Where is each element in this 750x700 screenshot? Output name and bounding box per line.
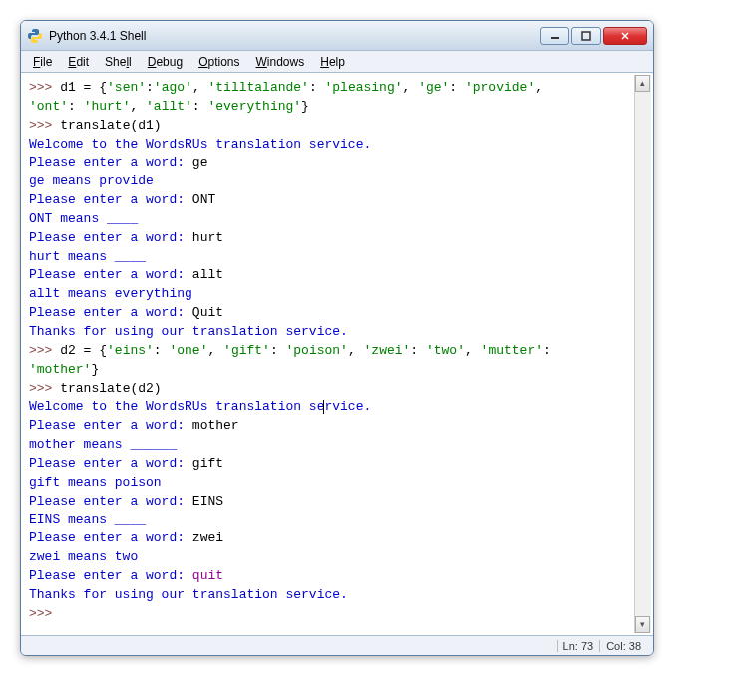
punct: :	[543, 343, 551, 358]
punct: :	[154, 343, 170, 358]
code-text: d1 = {	[60, 80, 107, 95]
status-col: Col: 38	[599, 640, 647, 652]
output: Welcome to the WordsRUs translation serv…	[29, 137, 371, 152]
prompt: >>>	[29, 80, 60, 95]
output: Please enter a word:	[29, 530, 192, 545]
code-text: d2 = {	[60, 343, 107, 358]
output: Thanks for using our translation service…	[29, 324, 348, 339]
menu-file[interactable]: File	[25, 53, 60, 71]
str: 'mother'	[29, 362, 91, 377]
output: Please enter a word:	[29, 305, 192, 320]
str: 'ago'	[154, 80, 192, 95]
shell-content[interactable]: >>> d1 = {'sen':'ago', 'tilltalande': 'p…	[23, 75, 651, 633]
user-input: allt	[192, 267, 223, 282]
menu-shell[interactable]: Shell	[97, 53, 140, 71]
str: 'ge'	[418, 80, 449, 95]
punct: :	[410, 343, 426, 358]
vertical-scrollbar[interactable]: ▴ ▾	[634, 75, 651, 633]
punct: ,	[535, 80, 543, 95]
punct: ,	[348, 343, 364, 358]
output: Please enter a word:	[29, 418, 192, 433]
window-controls	[540, 27, 647, 45]
output: Please enter a word:	[29, 192, 192, 207]
str: 'gift'	[223, 343, 270, 358]
menu-options[interactable]: Options	[190, 53, 247, 71]
str: 'provide'	[465, 80, 535, 95]
user-input: ge	[192, 155, 208, 170]
punct: :	[309, 80, 325, 95]
punct: :	[192, 99, 208, 114]
user-input: Quit	[192, 305, 223, 320]
user-input: EINS	[192, 494, 223, 509]
svg-rect-1	[582, 32, 590, 40]
str: 'one'	[169, 343, 207, 358]
str: 'pleasing'	[325, 80, 403, 95]
app-window: Python 3.4.1 Shell File Edit Shell Debug…	[20, 20, 654, 656]
output: EINS means ____	[29, 512, 146, 526]
punct: ,	[192, 80, 208, 95]
content-wrap: >>> d1 = {'sen':'ago', 'tilltalande': 'p…	[21, 73, 653, 635]
prompt: >>>	[29, 343, 60, 358]
titlebar[interactable]: Python 3.4.1 Shell	[21, 21, 653, 51]
punct: ,	[465, 343, 481, 358]
prompt: >>>	[29, 381, 60, 396]
output: ge means provide	[29, 174, 154, 188]
prompt: >>>	[29, 606, 60, 621]
scroll-down-arrow-icon[interactable]: ▾	[635, 616, 650, 633]
close-icon	[620, 31, 630, 41]
minimize-button[interactable]	[540, 27, 569, 45]
str: 'ont'	[29, 99, 68, 114]
output: Please enter a word:	[29, 456, 192, 471]
str: 'allt'	[146, 99, 192, 114]
str: 'zwei'	[364, 343, 411, 358]
statusbar: Ln: 73 Col: 38	[21, 635, 653, 655]
str: 'mutter'	[481, 343, 543, 358]
punct: :	[68, 99, 84, 114]
str: 'sen'	[107, 80, 146, 95]
str: 'tilltalande'	[207, 80, 308, 95]
output: gift means poison	[29, 475, 162, 490]
output: rvice.	[324, 399, 371, 414]
output: ONT means ____	[29, 211, 138, 226]
close-button[interactable]	[603, 27, 647, 45]
prompt: >>>	[29, 118, 60, 133]
user-input: zwei	[192, 530, 223, 545]
str: 'eins'	[107, 343, 154, 358]
menu-edit[interactable]: Edit	[60, 53, 97, 71]
output: Please enter a word:	[29, 230, 192, 245]
output: hurt means ____	[29, 249, 146, 264]
str: 'hurt'	[84, 99, 131, 114]
output: Please enter a word:	[29, 267, 192, 282]
str: 'two'	[426, 343, 465, 358]
punct: }	[91, 362, 99, 377]
user-input: mother	[192, 418, 239, 433]
output: allt means everything	[29, 286, 192, 301]
user-input: hurt	[192, 230, 223, 245]
punct: ,	[130, 99, 146, 114]
status-line: Ln: 73	[557, 640, 600, 652]
output: Please enter a word:	[29, 568, 192, 583]
str: 'poison'	[286, 343, 348, 358]
output: Thanks for using our translation service…	[29, 587, 348, 602]
minimize-icon	[550, 31, 560, 41]
user-input: quit	[192, 568, 223, 583]
window-title: Python 3.4.1 Shell	[49, 29, 540, 43]
user-input: ONT	[192, 192, 215, 207]
maximize-button[interactable]	[571, 27, 601, 45]
menu-windows[interactable]: Windows	[248, 53, 313, 71]
punct: ,	[403, 80, 419, 95]
scroll-up-arrow-icon[interactable]: ▴	[635, 75, 650, 92]
maximize-icon	[581, 31, 591, 41]
menubar: File Edit Shell Debug Options Windows He…	[21, 51, 653, 73]
menu-debug[interactable]: Debug	[140, 53, 190, 71]
user-input: gift	[192, 456, 223, 471]
code-text: translate(d1)	[60, 118, 161, 133]
output: Please enter a word:	[29, 494, 192, 509]
menu-help[interactable]: Help	[312, 53, 353, 71]
output: mother means ______	[29, 437, 177, 452]
python-icon	[27, 28, 43, 44]
punct: }	[301, 99, 309, 114]
punct: :	[270, 343, 286, 358]
output: zwei means two	[29, 549, 138, 564]
punct: ,	[207, 343, 223, 358]
